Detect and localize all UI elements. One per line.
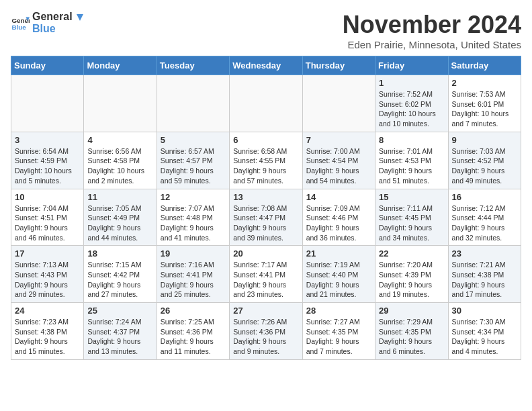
- calendar-day-cell: 10Sunrise: 7:04 AM Sunset: 4:51 PM Dayli…: [11, 189, 84, 246]
- day-info: Sunrise: 7:09 AM Sunset: 4:46 PM Dayligh…: [306, 203, 371, 243]
- calendar-day-cell: 25Sunrise: 7:24 AM Sunset: 4:37 PM Dayli…: [84, 303, 157, 360]
- day-number: 11: [87, 192, 152, 202]
- day-info: Sunrise: 7:07 AM Sunset: 4:48 PM Dayligh…: [161, 203, 226, 243]
- day-number: 19: [161, 248, 226, 259]
- svg-marker-3: [77, 14, 83, 21]
- day-number: 12: [161, 192, 226, 202]
- day-info: Sunrise: 7:25 AM Sunset: 4:36 PM Dayligh…: [161, 317, 226, 357]
- day-info: Sunrise: 7:23 AM Sunset: 4:38 PM Dayligh…: [15, 317, 80, 357]
- day-of-week-header: Tuesday: [157, 56, 229, 75]
- calendar-day-cell: 24Sunrise: 7:23 AM Sunset: 4:38 PM Dayli…: [11, 303, 84, 360]
- calendar-day-cell: 22Sunrise: 7:20 AM Sunset: 4:39 PM Dayli…: [375, 246, 448, 303]
- calendar-day-cell: [157, 75, 229, 132]
- day-info: Sunrise: 7:24 AM Sunset: 4:37 PM Dayligh…: [87, 317, 152, 357]
- day-number: 20: [233, 248, 298, 259]
- day-number: 7: [306, 135, 371, 145]
- day-number: 16: [452, 192, 517, 202]
- day-info: Sunrise: 7:11 AM Sunset: 4:45 PM Dayligh…: [379, 203, 444, 243]
- day-number: 18: [87, 248, 152, 259]
- calendar-day-cell: 27Sunrise: 7:26 AM Sunset: 4:36 PM Dayli…: [230, 303, 302, 360]
- calendar-week-row: 10Sunrise: 7:04 AM Sunset: 4:51 PM Dayli…: [11, 189, 521, 246]
- calendar-day-cell: 23Sunrise: 7:21 AM Sunset: 4:38 PM Dayli…: [448, 246, 521, 303]
- day-number: 8: [379, 135, 444, 145]
- day-number: 29: [379, 306, 444, 316]
- day-info: Sunrise: 7:16 AM Sunset: 4:41 PM Dayligh…: [161, 260, 226, 300]
- day-info: Sunrise: 6:57 AM Sunset: 4:57 PM Dayligh…: [161, 146, 226, 186]
- day-number: 13: [233, 192, 298, 202]
- day-info: Sunrise: 7:05 AM Sunset: 4:49 PM Dayligh…: [87, 203, 152, 243]
- day-info: Sunrise: 6:58 AM Sunset: 4:55 PM Dayligh…: [233, 146, 298, 186]
- day-number: 17: [15, 248, 80, 259]
- day-info: Sunrise: 7:27 AM Sunset: 4:35 PM Dayligh…: [306, 317, 371, 357]
- day-number: 24: [15, 306, 80, 316]
- calendar-table: SundayMondayTuesdayWednesdayThursdayFrid…: [11, 56, 521, 360]
- day-of-week-header: Wednesday: [230, 56, 302, 75]
- location-title: Eden Prairie, Minnesota, United States: [343, 39, 521, 50]
- logo-blue: Blue: [32, 23, 85, 35]
- calendar-day-cell: 30Sunrise: 7:30 AM Sunset: 4:34 PM Dayli…: [448, 303, 521, 360]
- day-number: 30: [452, 306, 517, 316]
- calendar-day-cell: 9Sunrise: 7:03 AM Sunset: 4:52 PM Daylig…: [448, 132, 521, 189]
- day-info: Sunrise: 7:29 AM Sunset: 4:35 PM Dayligh…: [379, 317, 444, 357]
- day-info: Sunrise: 7:13 AM Sunset: 4:43 PM Dayligh…: [15, 260, 80, 300]
- day-number: 25: [87, 306, 152, 316]
- day-of-week-header: Monday: [84, 56, 157, 75]
- day-number: 22: [379, 248, 444, 259]
- day-number: 2: [452, 78, 517, 88]
- calendar-day-cell: 21Sunrise: 7:19 AM Sunset: 4:40 PM Dayli…: [302, 246, 375, 303]
- calendar-day-cell: 6Sunrise: 6:58 AM Sunset: 4:55 PM Daylig…: [230, 132, 302, 189]
- day-number: 4: [87, 135, 152, 145]
- calendar-day-cell: 16Sunrise: 7:12 AM Sunset: 4:44 PM Dayli…: [448, 189, 521, 246]
- calendar-day-cell: 1Sunrise: 7:52 AM Sunset: 6:02 PM Daylig…: [375, 75, 448, 132]
- calendar-day-cell: [302, 75, 375, 132]
- day-of-week-header: Saturday: [448, 56, 521, 75]
- svg-text:Blue: Blue: [11, 23, 26, 30]
- day-info: Sunrise: 7:20 AM Sunset: 4:39 PM Dayligh…: [379, 260, 444, 300]
- calendar-day-cell: [11, 75, 84, 132]
- calendar-day-cell: 7Sunrise: 7:00 AM Sunset: 4:54 PM Daylig…: [302, 132, 375, 189]
- calendar-day-cell: 13Sunrise: 7:08 AM Sunset: 4:47 PM Dayli…: [230, 189, 302, 246]
- calendar-day-cell: 5Sunrise: 6:57 AM Sunset: 4:57 PM Daylig…: [157, 132, 229, 189]
- title-area: November 2024 Eden Prairie, Minnesota, U…: [343, 11, 521, 50]
- month-title: November 2024: [343, 11, 521, 39]
- day-number: 21: [306, 248, 371, 259]
- day-info: Sunrise: 7:53 AM Sunset: 6:01 PM Dayligh…: [452, 89, 517, 129]
- day-info: Sunrise: 7:01 AM Sunset: 4:53 PM Dayligh…: [379, 146, 444, 186]
- calendar-day-cell: 4Sunrise: 6:56 AM Sunset: 4:58 PM Daylig…: [84, 132, 157, 189]
- logo: General Blue General Blue: [11, 11, 85, 34]
- day-number: 23: [452, 248, 517, 259]
- day-number: 26: [161, 306, 226, 316]
- day-number: 27: [233, 306, 298, 316]
- day-info: Sunrise: 7:15 AM Sunset: 4:42 PM Dayligh…: [87, 260, 152, 300]
- day-info: Sunrise: 7:03 AM Sunset: 4:52 PM Dayligh…: [452, 146, 517, 186]
- calendar-day-cell: 15Sunrise: 7:11 AM Sunset: 4:45 PM Dayli…: [375, 189, 448, 246]
- calendar-week-row: 17Sunrise: 7:13 AM Sunset: 4:43 PM Dayli…: [11, 246, 521, 303]
- calendar-day-cell: 20Sunrise: 7:17 AM Sunset: 4:41 PM Dayli…: [230, 246, 302, 303]
- day-info: Sunrise: 7:17 AM Sunset: 4:41 PM Dayligh…: [233, 260, 298, 300]
- calendar-day-cell: 12Sunrise: 7:07 AM Sunset: 4:48 PM Dayli…: [157, 189, 229, 246]
- calendar-day-cell: 18Sunrise: 7:15 AM Sunset: 4:42 PM Dayli…: [84, 246, 157, 303]
- day-info: Sunrise: 6:56 AM Sunset: 4:58 PM Dayligh…: [87, 146, 152, 186]
- day-info: Sunrise: 7:19 AM Sunset: 4:40 PM Dayligh…: [306, 260, 371, 300]
- logo-general: General: [32, 11, 73, 22]
- day-info: Sunrise: 7:26 AM Sunset: 4:36 PM Dayligh…: [233, 317, 298, 357]
- day-number: 9: [452, 135, 517, 145]
- calendar-day-cell: 19Sunrise: 7:16 AM Sunset: 4:41 PM Dayli…: [157, 246, 229, 303]
- calendar-header-row: SundayMondayTuesdayWednesdayThursdayFrid…: [11, 56, 521, 75]
- day-of-week-header: Friday: [375, 56, 448, 75]
- day-info: Sunrise: 7:04 AM Sunset: 4:51 PM Dayligh…: [15, 203, 80, 243]
- calendar-week-row: 1Sunrise: 7:52 AM Sunset: 6:02 PM Daylig…: [11, 75, 521, 132]
- logo-icon: General Blue: [11, 13, 30, 32]
- day-of-week-header: Sunday: [11, 56, 84, 75]
- calendar-day-cell: 2Sunrise: 7:53 AM Sunset: 6:01 PM Daylig…: [448, 75, 521, 132]
- calendar-day-cell: 3Sunrise: 6:54 AM Sunset: 4:59 PM Daylig…: [11, 132, 84, 189]
- day-info: Sunrise: 7:00 AM Sunset: 4:54 PM Dayligh…: [306, 146, 371, 186]
- day-info: Sunrise: 7:08 AM Sunset: 4:47 PM Dayligh…: [233, 203, 298, 243]
- calendar-day-cell: [230, 75, 302, 132]
- day-info: Sunrise: 7:12 AM Sunset: 4:44 PM Dayligh…: [452, 203, 517, 243]
- day-info: Sunrise: 7:21 AM Sunset: 4:38 PM Dayligh…: [452, 260, 517, 300]
- day-number: 3: [15, 135, 80, 145]
- calendar-week-row: 3Sunrise: 6:54 AM Sunset: 4:59 PM Daylig…: [11, 132, 521, 189]
- calendar-day-cell: [84, 75, 157, 132]
- calendar-day-cell: 26Sunrise: 7:25 AM Sunset: 4:36 PM Dayli…: [157, 303, 229, 360]
